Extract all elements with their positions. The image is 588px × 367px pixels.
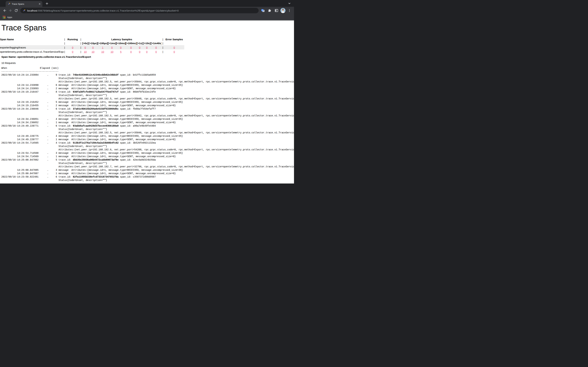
site-favicon-icon xyxy=(23,9,26,12)
column-separator: | xyxy=(162,45,164,50)
url-text: localhost:55679/debug/tracez?zspanname=o… xyxy=(27,9,179,12)
selected-span-heading: Span Name: opentelemetry.proto.collector… xyxy=(1,55,294,58)
column-separator: | xyxy=(64,45,66,50)
url-path: :55679/debug/tracez?zspanname=openteleme… xyxy=(37,9,179,12)
bucket-header-row: | | [>0s] [>10µs] [>100µs] [>1ms] [>10ms… xyxy=(0,41,184,45)
column-separator: | xyxy=(162,41,164,45)
trace-id: dbb35e25936a90b4472cabb89073af9e xyxy=(73,158,119,161)
reload-button[interactable] xyxy=(13,8,19,13)
browser-window: Trace Spans localhost:55679/debug/tracez… xyxy=(0,0,294,184)
translate-icon[interactable]: G xyxy=(260,8,266,13)
error-count-link[interactable]: 0 xyxy=(173,50,175,53)
latency-count-link[interactable]: 10 xyxy=(111,50,113,53)
latency-count-link[interactable]: 0 xyxy=(85,46,86,49)
latency-count-link[interactable]: 0 xyxy=(130,50,132,53)
bucket-label: [>0s] xyxy=(82,41,88,45)
column-separator: | xyxy=(162,37,164,41)
column-separator: | xyxy=(64,41,66,45)
running-count-link[interactable]: 0 xyxy=(72,46,73,49)
bucket-label: [>100ms] xyxy=(126,41,137,45)
trace-id: 513b3f1c276a7159c5a2a33b88b4fc82 xyxy=(73,142,119,144)
column-separator: | xyxy=(80,41,82,45)
latency-count-link[interactable]: 0 xyxy=(92,46,94,49)
latency-count-link[interactable]: 0 xyxy=(146,46,147,49)
table-row: opentelemetry.proto.collector.trace.v1.T… xyxy=(0,50,184,54)
col-header-error-samples: Error Samples xyxy=(164,37,184,41)
column-separator: | xyxy=(64,50,66,54)
request-log: When Elapsed (sec) ---------------------… xyxy=(1,67,294,182)
bucket-label: [>1s] xyxy=(137,41,143,45)
page-title: Trace Spans xyxy=(1,23,294,32)
span-name-cell: opentelemetry.proto.collector.trace.v1.T… xyxy=(0,50,64,54)
bucket-label: [>10µs] xyxy=(88,41,97,45)
table-row: exporter/logging/traces | 0 | 0 0 1 0 0 … xyxy=(0,45,184,50)
column-separator: | xyxy=(80,45,82,50)
tab-trace-spans[interactable]: Trace Spans xyxy=(6,1,42,7)
back-button[interactable] xyxy=(2,8,8,13)
trace-id: 37a81c9b615b204a6e515df533004d5c xyxy=(73,108,119,110)
column-separator: | xyxy=(80,37,82,41)
col-header-latency-samples: Latency Samples xyxy=(82,37,162,41)
trace-id: 82fa11055b338efcd733187347651fda xyxy=(73,175,119,178)
latency-count-link[interactable]: 10 xyxy=(84,50,87,53)
col-header-running: Running xyxy=(66,37,80,41)
bucket-label: [>100µs] xyxy=(97,41,108,45)
bucket-label: [>10s] xyxy=(143,41,151,45)
running-count-link[interactable]: 0 xyxy=(72,50,73,53)
latency-count-link[interactable]: 0 xyxy=(139,46,140,49)
trace-id: 74be418390512c42346cddb02e38bb3f xyxy=(73,74,119,76)
opentelemetry-favicon-icon xyxy=(8,2,10,5)
bucket-label: [>1m40s] xyxy=(151,41,162,45)
col-header-span-name: Span Name xyxy=(0,37,64,41)
column-separator: | xyxy=(162,50,164,54)
bucket-label: [>10ms] xyxy=(116,41,126,45)
table-header-row: Span Name | Running | Latency Samples | … xyxy=(0,37,184,41)
requests-count: 10 Requests xyxy=(1,61,294,64)
latency-count-link[interactable]: 5 xyxy=(120,50,121,53)
latency-count-link[interactable]: 0 xyxy=(130,46,132,49)
latency-count-link[interactable]: 10 xyxy=(101,50,104,53)
latency-count-link[interactable]: 0 xyxy=(120,46,121,49)
svg-text:G: G xyxy=(262,9,263,11)
new-tab-button[interactable] xyxy=(44,1,49,6)
address-bar[interactable]: localhost:55679/debug/tracez?zspanname=o… xyxy=(20,8,259,13)
column-separator: | xyxy=(80,50,82,54)
column-separator: | xyxy=(64,37,66,41)
apps-label[interactable]: Apps xyxy=(7,16,12,18)
tracez-page: Trace Spans Span Name | Running | Latenc… xyxy=(0,21,294,184)
tab-close-icon[interactable] xyxy=(38,2,41,5)
bucket-label: [>1ms] xyxy=(108,41,116,45)
url-host: localhost xyxy=(27,9,37,12)
toolbar-actions: G xyxy=(260,8,292,13)
tab-title: Trace Spans xyxy=(12,3,37,5)
forward-button[interactable] xyxy=(8,8,13,13)
tab-strip: Trace Spans xyxy=(0,0,294,7)
latency-count-link[interactable]: 0 xyxy=(139,50,140,53)
trace-id: 936fa38fcfed661712ba547f5ed747cf xyxy=(73,91,119,93)
apps-grid-icon[interactable] xyxy=(3,16,5,18)
span-name-cell: exporter/logging/traces xyxy=(0,45,64,50)
latency-count-link[interactable]: 10 xyxy=(92,50,95,53)
chevron-down-icon[interactable] xyxy=(287,1,292,6)
spans-table: Span Name | Running | Latency Samples | … xyxy=(0,37,184,54)
latency-count-link[interactable]: 1 xyxy=(102,46,103,49)
extensions-puzzle-icon[interactable] xyxy=(267,8,273,13)
latency-count-link[interactable]: 0 xyxy=(155,50,157,53)
side-panel-icon[interactable] xyxy=(274,8,279,13)
latency-count-link[interactable]: 0 xyxy=(111,46,113,49)
trace-id: 93abb5afcaa0428d37bccee9366188a9 xyxy=(73,125,119,127)
latency-count-link[interactable]: 0 xyxy=(155,46,157,49)
browser-toolbar: localhost:55679/debug/tracez?zspanname=o… xyxy=(0,7,294,14)
error-count-link[interactable]: 0 xyxy=(173,46,175,49)
menu-kebab-icon[interactable] xyxy=(286,8,292,13)
bookmarks-bar: Apps xyxy=(0,14,294,20)
profile-avatar[interactable] xyxy=(280,8,285,13)
latency-count-link[interactable]: 0 xyxy=(146,50,147,53)
